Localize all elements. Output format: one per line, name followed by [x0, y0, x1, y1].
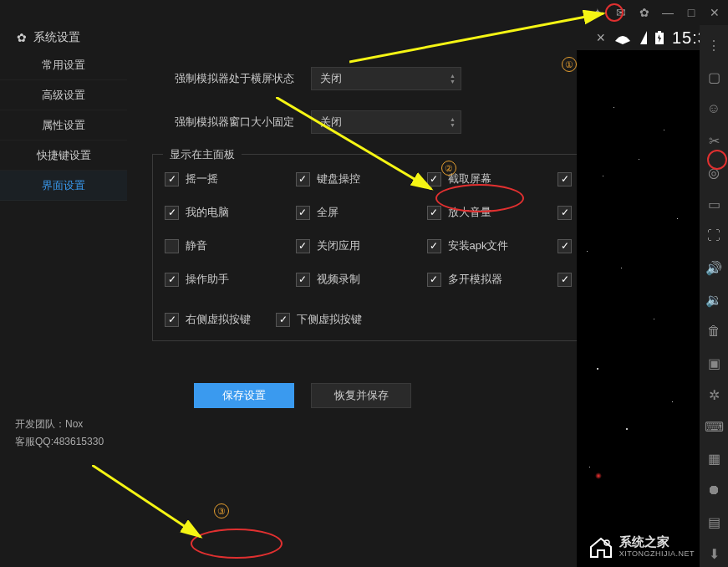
checkbox-label: 键盘操控 [317, 171, 360, 186]
watermark-en: XITONGZHIJIA.NET [619, 549, 695, 559]
checkbox-label: 静音 [186, 238, 207, 253]
panel-checkbox-8[interactable]: 静音 [165, 238, 289, 253]
checkbox-icon [296, 206, 310, 220]
volume-up-icon[interactable]: 🔊 [705, 259, 722, 276]
checkbox-icon [427, 239, 441, 253]
panel-checkbox-13[interactable]: 视频录制 [296, 272, 420, 287]
button-label: 恢复并保存 [334, 388, 389, 403]
location-icon[interactable]: ◎ [705, 164, 722, 181]
checkbox-icon [165, 239, 179, 253]
panel-checkbox-0[interactable]: 摇一摇 [165, 171, 289, 186]
checkbox-label: 视频录制 [317, 272, 360, 287]
close-dialog-icon[interactable]: × [596, 29, 605, 47]
trash-icon[interactable]: 🗑 [705, 323, 722, 340]
sidebar-item-label: 属性设置 [42, 118, 85, 133]
vk-right-checkbox[interactable]: 右侧虚拟按键 [165, 312, 251, 327]
support-qq-label: 客服QQ:483615330 [15, 433, 112, 450]
keyboard-icon[interactable]: ⌨ [705, 418, 722, 435]
checkbox-icon [296, 172, 310, 186]
checkbox-label: 截取屏幕 [448, 171, 491, 186]
gallery-icon[interactable]: ▤ [705, 513, 722, 530]
panel-checkbox-5[interactable]: 全屏 [296, 205, 420, 220]
checkbox-label: 右侧虚拟按键 [186, 312, 251, 327]
windowsize-select[interactable]: 关闭 ▲▼ [311, 110, 461, 134]
checkbox-icon [165, 313, 179, 327]
checkbox-label: 摇一摇 [186, 171, 218, 186]
display-icon[interactable]: ▭ [705, 196, 722, 212]
panel-checkbox-4[interactable]: 我的电脑 [165, 205, 289, 220]
sidebar-item-advanced[interactable]: 高级设置 [0, 80, 127, 110]
checkbox-icon [557, 239, 572, 253]
sidebar-item-shortcut[interactable]: 快捷键设置 [0, 140, 127, 171]
checkbox-label: 多开模拟器 [448, 272, 502, 287]
checkbox-icon [276, 313, 290, 327]
maximize-icon[interactable]: □ [685, 6, 698, 19]
checkbox-label: 我的电脑 [186, 205, 229, 220]
sidebar-item-label: 高级设置 [42, 88, 85, 103]
landscape-select[interactable]: 关闭 ▲▼ [311, 67, 461, 90]
select-value: 关闭 [320, 115, 342, 130]
pin-icon[interactable]: ✦ [591, 6, 604, 19]
minimize-icon[interactable]: — [661, 6, 675, 19]
svg-rect-1 [658, 31, 661, 33]
sidebar-item-common[interactable]: 常用设置 [0, 50, 127, 80]
checkbox-icon [557, 206, 572, 220]
sidebar-footer: 开发团队：Nox 客服QQ:483615330 [0, 407, 127, 567]
sidebar-item-label: 快捷键设置 [37, 148, 91, 163]
checkbox-label: 全屏 [317, 205, 339, 220]
vk-bottom-checkbox[interactable]: 下侧虚拟按键 [276, 312, 362, 327]
sidebar-item-property[interactable]: 属性设置 [0, 110, 127, 140]
spinner-icon: ▲▼ [450, 116, 456, 128]
panel-checkbox-2[interactable]: 截取屏幕 [427, 171, 552, 186]
checkbox-icon [557, 273, 572, 287]
sidebar-item-interface[interactable]: 界面设置 [0, 171, 127, 201]
panel-checkbox-9[interactable]: 关闭应用 [296, 238, 420, 253]
fullscreen-icon[interactable]: ⛶ [705, 227, 722, 244]
scissors-icon[interactable]: ✂ [705, 132, 722, 149]
gear-icon: ✿ [17, 31, 27, 44]
sidebar-item-label: 常用设置 [42, 58, 85, 73]
panel-checkbox-14[interactable]: 多开模拟器 [427, 272, 552, 287]
signal-icon [640, 31, 647, 44]
checkbox-label: 操作助手 [186, 272, 229, 287]
settings-sidebar: 常用设置 高级设置 属性设置 快捷键设置 界面设置 开发团队：Nox 客服QQ:… [0, 50, 127, 567]
close-window-icon[interactable]: ✕ [708, 6, 721, 19]
phone-icon[interactable]: ▢ [705, 69, 722, 85]
dev-team-label: 开发团队：Nox [15, 416, 112, 432]
checkbox-label: 放大音量 [448, 205, 491, 220]
window-titlebar: ✦ ✉ ✿ — □ ✕ [0, 0, 728, 25]
panel-checkbox-1[interactable]: 键盘操控 [296, 171, 420, 186]
watermark-cn: 系统之家 [619, 534, 695, 549]
checkbox-icon [165, 206, 179, 220]
settings-icon[interactable]: ✿ [638, 6, 651, 19]
checkbox-label: 关闭应用 [317, 238, 360, 253]
dialog-header: ✿ 系统设置 × 15:30 [0, 25, 728, 50]
robot-icon[interactable]: ☺ [705, 100, 722, 117]
volume-down-icon[interactable]: 🔉 [705, 291, 722, 308]
checkbox-icon [296, 239, 310, 253]
button-label: 保存设置 [222, 388, 266, 403]
checkbox-icon [165, 172, 179, 186]
panel-checkbox-12[interactable]: 操作助手 [165, 272, 289, 287]
landscape-label: 强制模拟器处于横屏状态 [152, 71, 294, 86]
menu-icon[interactable]: ⋮ [705, 37, 722, 54]
wifi-icon [613, 31, 632, 44]
brightness-icon[interactable]: ✲ [705, 386, 722, 403]
checkbox-icon [165, 273, 179, 287]
checkbox-icon [427, 172, 441, 186]
checkbox-icon [427, 206, 441, 220]
sidebar-item-label: 界面设置 [42, 178, 85, 193]
panel-checkbox-10[interactable]: 安装apk文件 [427, 238, 552, 253]
apk-icon[interactable]: ▣ [705, 355, 722, 371]
save-button[interactable]: 保存设置 [194, 383, 294, 408]
right-toolbar: ⋮▢☺✂◎▭⛶🔊🔉🗑▣✲⌨▦⏺▤⬇ [700, 25, 728, 567]
download-icon[interactable]: ⬇ [705, 545, 722, 562]
checkbox-label: 安装apk文件 [448, 238, 509, 253]
mail-icon[interactable]: ✉ [614, 6, 628, 19]
screenshot-icon[interactable]: ▦ [705, 450, 722, 467]
restore-button[interactable]: 恢复并保存 [311, 383, 411, 408]
panel-checkbox-6[interactable]: 放大音量 [427, 205, 552, 220]
watermark: 系统之家 XITONGZHIJIA.NET [588, 534, 695, 559]
record-icon[interactable]: ⏺ [705, 482, 722, 498]
checkbox-label: 下侧虚拟按键 [297, 312, 362, 327]
